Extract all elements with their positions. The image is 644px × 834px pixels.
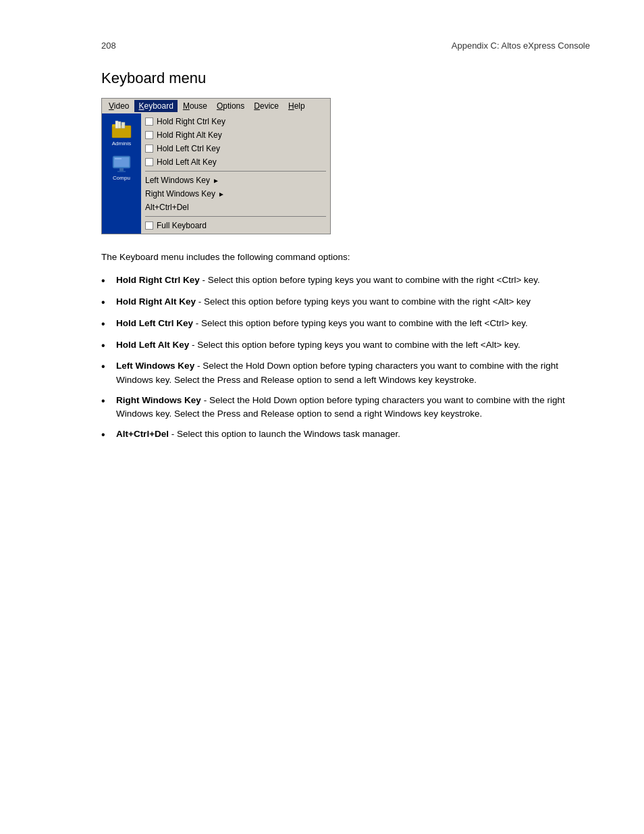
checkbox-hold-left-alt[interactable] xyxy=(145,158,153,166)
item-text-6: Right Windows Key - Select the Hold Down… xyxy=(116,394,590,421)
menu-full-keyboard[interactable]: Full Keyboard xyxy=(141,219,330,232)
menu-sidebar: Adminis Compu xyxy=(102,113,141,234)
bullet-dot: • xyxy=(101,317,112,332)
item-desc-3: - Select this option before typing keys … xyxy=(196,318,528,328)
arrow-left-windows: ► xyxy=(213,177,219,184)
list-item: • Hold Right Ctrl Key - Select this opti… xyxy=(101,273,590,288)
bullet-dot: • xyxy=(101,394,112,409)
menu-left-windows[interactable]: Left Windows Key ► xyxy=(141,174,330,187)
list-item: • Hold Left Alt Key - Select this option… xyxy=(101,338,590,353)
admin-icon: Adminis xyxy=(105,116,138,149)
list-item: • Left Windows Key - Select the Hold Dow… xyxy=(101,359,590,387)
bullet-dot: • xyxy=(101,339,112,353)
item-label-5: Left Windows Key xyxy=(116,361,194,371)
menubar-help[interactable]: Help xyxy=(284,100,309,112)
page-title: Appendix C: Altos eXpress Console xyxy=(452,41,590,51)
bullet-list: • Hold Right Ctrl Key - Select this opti… xyxy=(101,273,590,442)
item-label-2: Hold Right Alt Key xyxy=(116,296,196,307)
item-desc-1: - Select this option before typing keys … xyxy=(203,275,540,285)
menubar-mouse[interactable]: Mouse xyxy=(179,100,211,112)
item-text-2: Hold Right Alt Key - Select this option … xyxy=(116,295,590,309)
menu-screenshot: Video Keyboard Mouse Options Device Help xyxy=(101,98,331,234)
checkbox-full-keyboard[interactable] xyxy=(145,221,153,230)
menubar-video[interactable]: Video xyxy=(105,100,133,112)
item-label-3: Hold Left Ctrl Key xyxy=(116,318,193,328)
svg-rect-9 xyxy=(117,171,126,172)
label-hold-left-ctrl: Hold Left Ctrl Key xyxy=(157,144,220,153)
menu-hold-left-alt[interactable]: Hold Left Alt Key xyxy=(141,155,330,169)
svg-rect-4 xyxy=(115,121,118,128)
page-number: 208 xyxy=(101,41,116,51)
label-hold-right-alt: Hold Right Alt Key xyxy=(157,130,222,140)
item-desc-4: - Select this option before typing keys … xyxy=(192,340,520,350)
svg-rect-7 xyxy=(115,158,122,159)
section-heading: Keyboard menu xyxy=(101,70,590,87)
item-label-6: Right Windows Key xyxy=(116,395,201,405)
item-desc-7: - Select this option to launch the Windo… xyxy=(171,429,400,439)
menu-right-windows[interactable]: Right Windows Key ► xyxy=(141,187,330,201)
label-left-windows: Left Windows Key xyxy=(145,176,210,185)
intro-text: The Keyboard menu includes the following… xyxy=(101,251,590,264)
item-text-1: Hold Right Ctrl Key - Select this option… xyxy=(116,273,590,287)
label-right-windows: Right Windows Key xyxy=(145,189,215,199)
separator-2 xyxy=(145,216,326,217)
page-header: 208 Appendix C: Altos eXpress Console xyxy=(101,41,590,51)
item-label-1: Hold Right Ctrl Key xyxy=(116,275,200,285)
svg-rect-3 xyxy=(122,122,125,128)
menu-alt-ctrl-del[interactable]: Alt+Ctrl+Del xyxy=(141,201,330,214)
arrow-right-windows: ► xyxy=(218,190,225,198)
bullet-dot: • xyxy=(101,296,112,310)
menubar-options[interactable]: Options xyxy=(213,100,248,112)
keyboard-dropdown-menu: Hold Right Ctrl Key Hold Right Alt Key H… xyxy=(141,113,330,234)
label-hold-left-alt: Hold Left Alt Key xyxy=(157,157,217,167)
menu-hold-left-ctrl[interactable]: Hold Left Ctrl Key xyxy=(141,142,330,155)
menubar-device[interactable]: Device xyxy=(250,100,283,112)
item-label-7: Alt+Ctrl+Del xyxy=(116,429,169,439)
item-text-5: Left Windows Key - Select the Hold Down … xyxy=(116,359,590,387)
menu-bar: Video Keyboard Mouse Options Device Help xyxy=(101,98,331,113)
label-alt-ctrl-del: Alt+Ctrl+Del xyxy=(145,203,189,212)
computer-icon: Compu xyxy=(105,151,138,184)
computer-label: Compu xyxy=(113,175,130,181)
checkbox-hold-left-ctrl[interactable] xyxy=(145,145,153,153)
separator-1 xyxy=(145,171,326,172)
checkbox-hold-right-ctrl[interactable] xyxy=(145,118,153,126)
admin-label: Adminis xyxy=(112,140,131,147)
label-hold-right-ctrl: Hold Right Ctrl Key xyxy=(157,117,225,126)
menu-hold-right-alt[interactable]: Hold Right Alt Key xyxy=(141,128,330,142)
bullet-dot: • xyxy=(101,360,112,374)
item-text-4: Hold Left Alt Key - Select this option b… xyxy=(116,338,590,352)
label-full-keyboard: Full Keyboard xyxy=(157,221,207,230)
bullet-dot: • xyxy=(101,274,112,288)
list-item: • Hold Right Alt Key - Select this optio… xyxy=(101,295,590,310)
checkbox-hold-right-alt[interactable] xyxy=(145,131,153,139)
svg-rect-8 xyxy=(119,168,124,171)
item-text-3: Hold Left Ctrl Key - Select this option … xyxy=(116,317,590,330)
item-desc-2: - Select this option before typing keys … xyxy=(198,296,531,307)
list-item: • Hold Left Ctrl Key - Select this optio… xyxy=(101,317,590,332)
bullet-dot: • xyxy=(101,428,112,442)
menubar-keyboard[interactable]: Keyboard xyxy=(134,100,177,112)
menu-hold-right-ctrl[interactable]: Hold Right Ctrl Key xyxy=(141,115,330,128)
menu-dropdown: Adminis Compu Ho xyxy=(101,113,331,234)
item-text-7: Alt+Ctrl+Del - Select this option to lau… xyxy=(116,427,590,441)
list-item: • Alt+Ctrl+Del - Select this option to l… xyxy=(101,427,590,442)
list-item: • Right Windows Key - Select the Hold Do… xyxy=(101,394,590,421)
item-label-4: Hold Left Alt Key xyxy=(116,340,189,350)
